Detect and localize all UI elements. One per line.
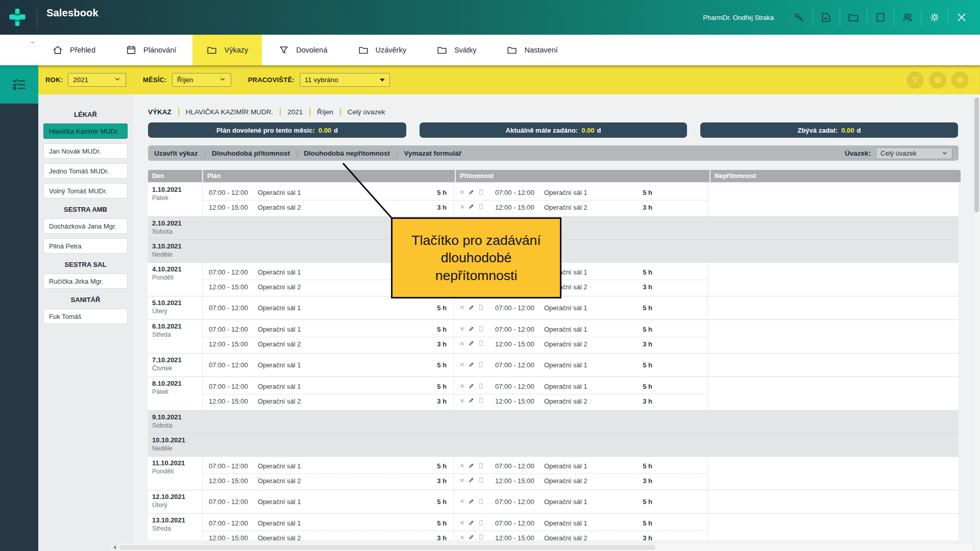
shift-time: 07:00 - 12:00 — [495, 383, 544, 390]
sidebar-item-pilna-petra[interactable]: Pilná Petra — [43, 238, 128, 254]
shift-actions — [459, 189, 489, 197]
copy-shift-button[interactable] — [478, 397, 484, 405]
horizontal-scrollbar[interactable] — [110, 544, 973, 551]
tab-prehled[interactable]: Přehled — [38, 35, 109, 65]
shift-time: 12:00 - 15:00 — [209, 340, 258, 348]
day-weekday: Pátek — [152, 194, 202, 202]
remove-shift-button[interactable] — [459, 534, 465, 541]
plan-cell — [202, 434, 454, 456]
shift-time: 12:00 - 15:00 — [495, 534, 544, 541]
sidebar-item-jedno-tomas-mudr-[interactable]: Jedno Tomáš MUDr. — [43, 163, 128, 179]
filter-select-rok-[interactable]: 2021 — [68, 73, 126, 87]
toolbar-button-dlouhodoba-pritomnost[interactable]: Dlouhodobá přítomnost — [212, 149, 290, 157]
edit-shift-button[interactable] — [468, 477, 475, 485]
day-cell: 3.10.2021Neděle — [148, 240, 202, 262]
vertical-scrollbar[interactable] — [973, 94, 980, 551]
copy-shift-button[interactable] — [478, 361, 484, 369]
folder-icon — [847, 11, 860, 23]
copy-shift-button[interactable] — [478, 340, 484, 348]
copy-shift-button[interactable] — [478, 304, 484, 312]
edit-shift-button[interactable] — [468, 383, 475, 391]
edit-shift-button[interactable] — [468, 189, 475, 197]
checklist-icon[interactable] — [0, 65, 38, 104]
vertical-scrollbar-thumb[interactable] — [974, 97, 979, 212]
toolbar-button-uzavrit-vykaz[interactable]: Uzavřít výkaz — [154, 149, 198, 157]
remove-shift-button[interactable] — [459, 383, 465, 390]
copy-shift-button[interactable] — [478, 383, 484, 391]
remove-shift-button[interactable] — [459, 498, 465, 506]
shift-place: Operační sál 1 — [258, 304, 419, 312]
collapse-arrow-icon[interactable]: → — [29, 38, 35, 45]
copy-shift-button[interactable] — [478, 325, 484, 334]
edit-shift-button[interactable] — [468, 325, 475, 334]
remove-shift-button[interactable] — [459, 462, 465, 470]
tab-dovolena[interactable]: Dovolená — [264, 35, 341, 65]
key-button[interactable] — [786, 0, 813, 35]
copy-shift-icon — [478, 361, 484, 368]
remove-shift-button[interactable] — [459, 397, 465, 405]
new-folder-button[interactable]: N — [813, 0, 840, 35]
day-cell: 4.10.2021Pondělí — [148, 263, 202, 296]
presence-cell — [454, 434, 707, 456]
window-button[interactable] — [867, 0, 894, 35]
filter-label: PRACOVIŠTĚ: — [248, 76, 295, 84]
sidebar-item-rucicka-jirka-mgr-[interactable]: Ručička Jirka Mgr. — [43, 273, 128, 289]
remove-shift-icon — [459, 398, 465, 404]
horizontal-scrollbar-thumb[interactable] — [119, 545, 655, 550]
remove-shift-button[interactable] — [459, 304, 465, 312]
settings-button[interactable] — [921, 0, 948, 35]
copy-shift-button[interactable] — [478, 519, 484, 528]
filter-label: MĚSÍC: — [143, 76, 167, 84]
edit-shift-button[interactable] — [468, 340, 475, 348]
copy-shift-button[interactable] — [478, 189, 484, 197]
remove-shift-button[interactable] — [459, 477, 465, 485]
edit-shift-button[interactable] — [468, 498, 475, 506]
scroll-left-arrow-icon[interactable] — [110, 544, 118, 551]
shift-place: Operační sál 2 — [258, 397, 419, 405]
folder-button[interactable] — [840, 0, 867, 35]
edit-shift-button[interactable] — [468, 462, 475, 470]
sidebar-item-dochazkova-jana-mgr-[interactable]: Docházková Jana Mgr. — [43, 218, 128, 234]
remove-shift-button[interactable] — [459, 519, 465, 527]
tab-svatky[interactable]: Svátky — [423, 35, 491, 65]
table-row: 1.10.2021Pátek07:00 - 12:00Operační sál … — [148, 183, 959, 217]
caret-down-icon — [380, 79, 385, 82]
app-window: Salesbook PharmDr. Ondřej Straka N → Pře… — [0, 0, 980, 551]
remove-shift-button[interactable] — [459, 325, 465, 333]
filter-button[interactable] — [906, 71, 924, 89]
edit-shift-button[interactable] — [468, 397, 475, 405]
menu-button[interactable] — [951, 71, 969, 89]
remove-shift-icon — [459, 341, 465, 346]
sidebar-item-hlavicka-kazimir-mudr-[interactable]: Hlavička Kazimír MUDr. — [43, 123, 128, 139]
copy-shift-button[interactable] — [478, 498, 484, 506]
tab-vykazy[interactable]: Výkazy — [192, 35, 262, 65]
copy-shift-button[interactable] — [478, 462, 484, 470]
edit-shift-button[interactable] — [468, 519, 475, 528]
remove-shift-button[interactable] — [459, 361, 465, 369]
edit-shift-button[interactable] — [468, 361, 475, 369]
copy-shift-button[interactable] — [478, 203, 484, 211]
filter-select-mesic-[interactable]: Říjen — [172, 73, 231, 87]
tab-planovani[interactable]: Plánování — [112, 35, 190, 65]
close-button[interactable] — [948, 0, 975, 35]
copy-shift-button[interactable] — [478, 534, 484, 540]
edit-shift-button[interactable] — [468, 203, 475, 211]
users-button[interactable] — [894, 0, 921, 35]
remove-shift-button[interactable] — [459, 189, 465, 196]
sidebar-item-volny-tomas-mudr-[interactable]: Volný Tomáš MUDr. — [43, 183, 128, 198]
day-weekday: Pátek — [152, 388, 202, 395]
remove-shift-button[interactable] — [459, 340, 465, 348]
filter-select-pracoviste-[interactable]: 11 vybráno — [300, 73, 390, 87]
sidebar-item-jan-novak-mudr-[interactable]: Jan Novák MUDr. — [43, 143, 128, 159]
remove-shift-button[interactable] — [459, 204, 465, 211]
sidebar-item-fuk-tomas[interactable]: Fuk Tomáš — [43, 309, 128, 324]
tab-uzaverky[interactable]: Uzávěrky — [344, 35, 420, 65]
print-button[interactable] — [929, 71, 946, 89]
toolbar-button-vymazat-formular[interactable]: Vymazat formulář — [404, 149, 461, 157]
edit-shift-button[interactable] — [468, 534, 475, 540]
tab-nastaveni[interactable]: Nastavení — [493, 35, 571, 65]
edit-shift-button[interactable] — [468, 304, 475, 312]
copy-shift-button[interactable] — [478, 477, 484, 485]
toolbar-button-dlouhodoba-nepritomnost[interactable]: Dlouhodobá nepřítomnost — [304, 149, 390, 157]
uvazek-select[interactable]: Celý úvazek — [876, 147, 952, 159]
